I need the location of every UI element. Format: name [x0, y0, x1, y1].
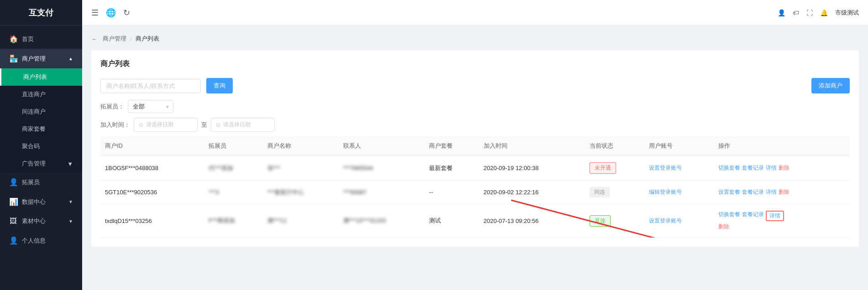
avatar-icon[interactable]: 👤	[778, 9, 785, 16]
main-area: ☰ 🌐 ↻ 👤 🏷 ⛶ 🔔 市级测试 ← 商户管理 / 商户列表 商户列表 查	[82, 0, 868, 290]
sidebar-label-personal: 个人信息	[22, 237, 46, 245]
cell-contact-1: ***7665544	[339, 156, 425, 181]
col-header-expander: 拓展员	[204, 136, 263, 156]
sidebar-item-personal[interactable]: 👤 个人信息	[0, 231, 82, 250]
breadcrumb-parent[interactable]: 商户管理	[103, 35, 126, 43]
expander-label: 拓展员：	[100, 103, 124, 111]
cell-package-1: 最新套餐	[424, 156, 479, 181]
sidebar-label-data: 数据中心	[22, 198, 46, 206]
cell-jointime-2: 2020-09-02 12:22:16	[479, 181, 586, 204]
switch-package-3[interactable]: 切换套餐	[718, 211, 740, 221]
sidebar-item-data-center[interactable]: 📊 数据中心 ▼	[0, 192, 82, 212]
expander-select[interactable]: 全部	[128, 100, 173, 113]
topbar: ☰ 🌐 ↻ 👤 🏷 ⛶ 🔔 市级测试	[82, 0, 868, 26]
table-header-row: 商户ID 拓展员 商户名称 联系人 商户套餐 加入时间 当前状态 用户账号 操作	[100, 136, 850, 156]
cell-package-2: --	[424, 181, 479, 204]
action-links-1: 切换套餐 套餐记录 详情 删除	[718, 164, 791, 172]
add-merchant-button[interactable]: 添加商户	[811, 78, 850, 93]
sidebar-item-connected-merchant[interactable]: 间连商户	[0, 103, 82, 120]
sidebar-item-merchant-list[interactable]: 商户列表	[0, 68, 82, 86]
cell-expander-3: f***商添加	[204, 204, 263, 238]
col-header-jointime: 加入时间	[479, 136, 586, 156]
sidebar-item-package[interactable]: 商家套餐	[0, 120, 82, 138]
chevron-up-icon: ▲	[68, 56, 73, 61]
set-account-link-2[interactable]: 编辑登录账号	[649, 189, 682, 195]
sidebar-label-connected: 间连商户	[22, 108, 46, 116]
sidebar-item-material[interactable]: 🖼 素材中心 ▼	[0, 212, 82, 231]
col-header-name: 商户名称	[263, 136, 339, 156]
sidebar-label-direct: 直连商户	[22, 90, 46, 98]
merchant-icon: 🏪	[9, 54, 17, 63]
material-icon: 🖼	[9, 217, 17, 225]
table-body: 1BOG5F***0488038 代***添加 张*** ***7665544 …	[100, 156, 850, 238]
date-end-input[interactable]: ⊙ 请选择日期	[211, 118, 275, 132]
cell-status-3: 直连	[585, 204, 644, 238]
col-header-action: 操作	[714, 136, 850, 156]
cell-account-1: 设置登录账号	[644, 156, 714, 181]
delete-link-3[interactable]: 删除	[718, 223, 729, 231]
personal-icon: 👤	[9, 236, 17, 245]
package-record-1[interactable]: 套餐记录	[742, 164, 764, 172]
table-wrapper: 商户ID 拓展员 商户名称 联系人 商户套餐 加入时间 当前状态 用户账号 操作	[100, 136, 850, 238]
query-button[interactable]: 查询	[206, 78, 233, 93]
sidebar-item-home[interactable]: 🏠 首页	[0, 29, 82, 49]
back-button[interactable]: ←	[91, 36, 97, 42]
sidebar-label-material: 素材中心	[22, 217, 46, 225]
sidebar-item-qrcode[interactable]: 聚合码	[0, 138, 82, 155]
data-center-icon: 📊	[9, 197, 17, 206]
detail-link-2[interactable]: 详情	[766, 188, 777, 196]
app-logo: 互支付	[0, 0, 82, 26]
refresh-icon[interactable]: ↻	[123, 8, 130, 18]
detail-button-3-highlighted[interactable]: 详情	[766, 211, 784, 221]
sidebar-label-merchant-list: 商户列表	[23, 73, 47, 81]
menu-icon[interactable]: ☰	[91, 8, 99, 18]
fullscreen-icon[interactable]: ⛶	[806, 9, 813, 16]
switch-package-1[interactable]: 切换套餐	[718, 164, 740, 172]
col-header-account: 用户账号	[644, 136, 714, 156]
set-account-link-3[interactable]: 设置登录账号	[649, 218, 682, 224]
sidebar-item-direct-merchant[interactable]: 直连商户	[0, 86, 82, 103]
package-record-3[interactable]: 套餐记录	[742, 211, 764, 221]
page-title: 商户列表	[100, 59, 850, 69]
page-card: 商户列表 查询 添加商户 拓展员： 全部 加入时间： ⊙	[91, 50, 859, 247]
search-input[interactable]	[100, 79, 201, 93]
col-header-contact: 联系人	[339, 136, 425, 156]
sidebar-label-merchant: 商户管理	[22, 55, 46, 63]
cell-account-2: 编辑登录账号	[644, 181, 714, 204]
cell-expander-2: ***3	[204, 181, 263, 204]
action-links-3: 切换套餐 套餐记录 详情 删除	[718, 211, 791, 231]
content-area: ← 商户管理 / 商户列表 商户列表 查询 添加商户 拓展员： 全部	[82, 26, 868, 290]
globe-icon[interactable]: 🌐	[106, 8, 116, 18]
sidebar-label-ads: 广告管理	[22, 160, 46, 168]
sidebar-item-ads[interactable]: 广告管理 ▼	[0, 155, 82, 172]
bell-icon[interactable]: 🔔	[820, 9, 828, 16]
cell-id-3: txdlqD15***03256	[100, 204, 204, 238]
set-account-link-1[interactable]: 设置登录账号	[649, 165, 682, 171]
chevron-down-icon-ads: ▼	[67, 161, 73, 167]
cell-jointime-1: 2020-09-19 12:00:38	[479, 156, 586, 181]
sidebar-label-expander: 拓展员	[22, 178, 40, 186]
sidebar-item-expander[interactable]: 👤 拓展员	[0, 172, 82, 192]
delete-link-1[interactable]: 删除	[779, 164, 790, 172]
sidebar: 互支付 🏠 首页 🏪 商户管理 ▲ 商户列表 直连商户 间连商户 商家套餐	[0, 0, 82, 290]
package-record-2[interactable]: 套餐记录	[742, 188, 764, 196]
date-end-placeholder: 请选择日期	[223, 121, 251, 129]
date-start-input[interactable]: ⊙ 请选择日期	[134, 118, 198, 132]
tag-icon[interactable]: 🏷	[793, 9, 799, 16]
chevron-down-icon-data: ▼	[68, 199, 73, 204]
switch-package-2[interactable]: 设置套餐	[718, 188, 740, 196]
sidebar-label-package: 商家套餐	[22, 125, 46, 133]
cell-actions-1: 切换套餐 套餐记录 详情 删除	[714, 156, 850, 181]
sidebar-sub-merchant: 商户列表 直连商户 间连商户 商家套餐 聚合码 广告管理 ▼	[0, 68, 82, 172]
cell-package-3: 测试	[424, 204, 479, 238]
delete-link-2[interactable]: 删除	[779, 188, 790, 196]
sidebar-menu: 🏠 首页 🏪 商户管理 ▲ 商户列表 直连商户 间连商户 商家套餐 聚合码	[0, 26, 82, 290]
cell-name-2: ***复医疗中心	[263, 181, 339, 204]
sidebar-item-merchant[interactable]: 🏪 商户管理 ▲	[0, 49, 82, 68]
filter-row-1: 查询 添加商户	[100, 78, 850, 93]
merchant-table: 商户ID 拓展员 商户名称 联系人 商户套餐 加入时间 当前状态 用户账号 操作	[100, 136, 850, 238]
topbar-right: 👤 🏷 ⛶ 🔔 市级测试	[778, 9, 859, 17]
detail-link-1[interactable]: 详情	[766, 164, 777, 172]
col-header-id: 商户ID	[100, 136, 204, 156]
cell-contact-2: ***50087	[339, 181, 425, 204]
